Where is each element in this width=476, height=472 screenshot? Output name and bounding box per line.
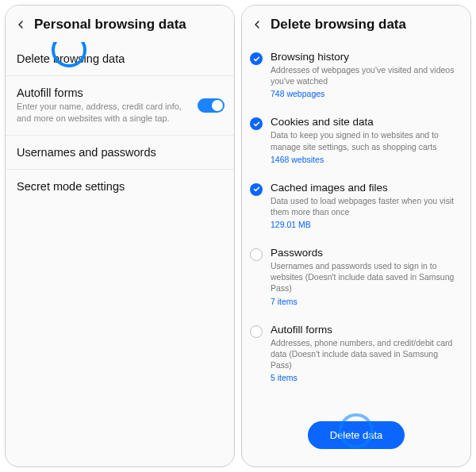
row-delete-browsing-data[interactable]: Delete browsing data	[6, 42, 234, 76]
row-subtext: Enter your name, address, credit card in…	[17, 101, 183, 125]
row-label: Autofill forms	[17, 86, 223, 99]
option-cached-images-files[interactable]: Cached images and files Data used to loa…	[242, 173, 470, 238]
header: Delete browsing data	[242, 6, 470, 42]
option-autofill-forms[interactable]: Autofill forms Addresses, phone numbers,…	[242, 315, 470, 392]
option-title: Passwords	[271, 247, 459, 259]
option-body: Cached images and files Data used to loa…	[271, 182, 459, 229]
page-title: Personal browsing data	[34, 17, 186, 33]
row-autofill-forms[interactable]: Autofill forms Enter your name, address,…	[6, 76, 234, 136]
option-desc: Addresses, phone numbers, and credit/deb…	[271, 337, 459, 371]
content: Delete browsing data Autofill forms Ente…	[6, 42, 234, 466]
option-desc: Usernames and passwords used to sign in …	[271, 260, 459, 294]
back-icon[interactable]	[250, 17, 264, 32]
row-secret-mode-settings[interactable]: Secret mode settings	[6, 170, 234, 203]
content: Browsing history Addresses of webpages y…	[242, 42, 470, 412]
header: Personal browsing data	[6, 6, 234, 42]
option-passwords[interactable]: Passwords Usernames and passwords used t…	[242, 238, 470, 315]
option-count: 129.01 MB	[271, 220, 459, 229]
option-browsing-history[interactable]: Browsing history Addresses of webpages y…	[242, 42, 470, 107]
row-label: Usernames and passwords	[17, 146, 223, 159]
option-cookies-site-data[interactable]: Cookies and site data Data to keep you s…	[242, 107, 470, 172]
row-label: Delete browsing data	[17, 52, 223, 65]
checkbox-unchecked-icon[interactable]	[250, 325, 263, 338]
option-title: Cached images and files	[271, 182, 459, 194]
delete-data-button[interactable]: Delete data	[308, 421, 405, 449]
screen-personal-browsing-data: Personal browsing data Delete browsing d…	[5, 5, 235, 467]
checkbox-checked-icon[interactable]	[250, 52, 263, 65]
checkbox-unchecked-icon[interactable]	[250, 248, 263, 261]
option-title: Autofill forms	[271, 324, 459, 336]
option-count: 5 items	[271, 373, 459, 382]
option-body: Browsing history Addresses of webpages y…	[271, 51, 459, 98]
option-desc: Data to keep you signed in to websites a…	[271, 129, 459, 152]
checkbox-checked-icon[interactable]	[250, 183, 263, 196]
row-usernames-passwords[interactable]: Usernames and passwords	[6, 136, 234, 170]
option-desc: Addresses of webpages you've visited and…	[271, 64, 459, 86]
option-count: 748 webpages	[271, 89, 459, 98]
button-bar: Delete data	[242, 412, 470, 466]
option-desc: Data used to load webpages faster when y…	[271, 195, 459, 217]
back-icon[interactable]	[13, 17, 28, 32]
option-count: 1468 websites	[271, 155, 459, 164]
option-title: Cookies and site data	[271, 116, 459, 128]
option-count: 7 items	[271, 297, 459, 306]
option-body: Passwords Usernames and passwords used t…	[271, 247, 459, 306]
page-title: Delete browsing data	[271, 17, 406, 33]
row-label: Secret mode settings	[17, 180, 223, 193]
autofill-toggle[interactable]	[198, 98, 225, 113]
checkbox-checked-icon[interactable]	[250, 117, 263, 130]
option-body: Autofill forms Addresses, phone numbers,…	[271, 324, 459, 383]
option-title: Browsing history	[271, 51, 459, 63]
option-body: Cookies and site data Data to keep you s…	[271, 116, 459, 163]
screen-delete-browsing-data: Delete browsing data Browsing history Ad…	[241, 5, 471, 467]
toggle-knob	[212, 100, 223, 111]
